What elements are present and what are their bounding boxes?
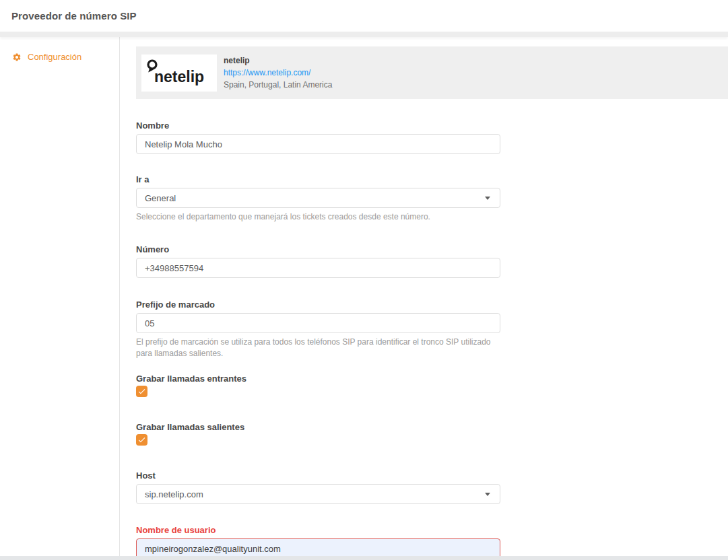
nombre-input[interactable] xyxy=(136,134,500,154)
page-header: Proveedor de número SIP xyxy=(0,0,728,32)
provider-regions: Spain, Portugal, Latin America xyxy=(224,80,332,90)
gear-icon xyxy=(12,53,22,62)
prefijo-input[interactable] xyxy=(136,313,500,333)
provider-name: netelip xyxy=(224,56,332,65)
sip-provider-form: Nombre Ir a General Seleccione el depart… xyxy=(136,121,500,559)
main-layout: Configuración netelip netelip https://ww… xyxy=(0,37,728,560)
host-selected-value: sip.netelip.com xyxy=(145,489,203,499)
field-prefijo: Prefijo de marcado El prefijo de marcaci… xyxy=(136,300,500,359)
field-ir-a: Ir a General Seleccione el departamento … xyxy=(136,175,500,223)
ir-a-select[interactable]: General xyxy=(136,188,500,208)
field-host: Host sip.netelip.com xyxy=(136,471,500,504)
chevron-down-icon xyxy=(485,493,490,496)
field-nombre-usuario: Nombre de usuario xyxy=(136,526,500,559)
field-grabar-entrantes: Grabar llamadas entrantes xyxy=(136,374,500,397)
provider-banner: netelip netelip https://www.netelip.com/… xyxy=(136,46,728,99)
checkmark-icon xyxy=(137,387,146,396)
numero-input[interactable] xyxy=(136,258,500,278)
sidebar-item-label: Configuración xyxy=(28,52,81,62)
chevron-down-icon xyxy=(485,197,490,200)
provider-url-link[interactable]: https://www.netelip.com/ xyxy=(224,68,332,77)
content-area: netelip netelip https://www.netelip.com/… xyxy=(120,37,728,560)
netelip-logo: netelip xyxy=(141,55,217,92)
ir-a-selected-value: General xyxy=(145,193,176,203)
ir-a-label: Ir a xyxy=(136,175,500,184)
bottom-edge-strip xyxy=(0,556,728,560)
sidebar: Configuración xyxy=(0,37,120,560)
provider-info: netelip https://www.netelip.com/ Spain, … xyxy=(224,56,332,90)
field-nombre: Nombre xyxy=(136,121,500,154)
prefijo-label: Prefijo de marcado xyxy=(136,300,500,309)
sidebar-item-configuracion[interactable]: Configuración xyxy=(0,48,119,66)
field-grabar-salientes: Grabar llamadas salientes xyxy=(136,423,500,446)
field-numero: Número xyxy=(136,245,500,278)
grabar-salientes-checkbox[interactable] xyxy=(136,434,147,446)
grabar-salientes-label: Grabar llamadas salientes xyxy=(136,423,500,431)
grabar-entrantes-label: Grabar llamadas entrantes xyxy=(136,374,500,383)
checkmark-icon xyxy=(137,435,146,444)
prefijo-help-text: El prefijo de marcación se utiliza para … xyxy=(136,337,500,359)
grabar-entrantes-checkbox[interactable] xyxy=(136,386,147,397)
host-select[interactable]: sip.netelip.com xyxy=(136,484,500,504)
host-label: Host xyxy=(136,471,500,480)
numero-label: Número xyxy=(136,245,500,254)
header-divider xyxy=(0,32,728,37)
nombre-label: Nombre xyxy=(136,121,500,130)
nombre-usuario-label: Nombre de usuario xyxy=(136,526,500,534)
svg-text:netelip: netelip xyxy=(154,68,204,85)
ir-a-help-text: Seleccione el departamento que manejará … xyxy=(136,211,500,223)
page-title: Proveedor de número SIP xyxy=(11,10,137,22)
